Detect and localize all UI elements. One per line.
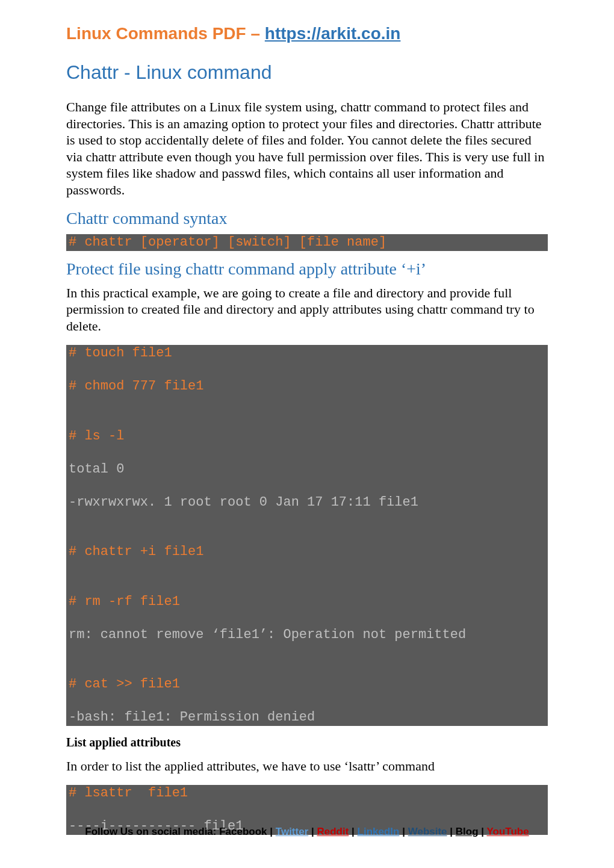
footer-separator: | [481,826,486,837]
code-line: # touch file1 [69,345,545,362]
code-line: # chmod 777 file1 [69,378,545,395]
footer-separator: | [450,826,455,837]
footer-link-reddit[interactable]: Reddit [317,826,349,837]
footer-separator: | [402,826,408,837]
footer-link-website[interactable]: Website [408,826,447,837]
code-output: -rwxrwxrwx. 1 root root 0 Jan 17 17:11 f… [69,494,545,511]
code-line: # ls -l [69,428,545,445]
page-header: Linux Commands PDF – https://arkit.co.in [66,24,548,43]
header-prefix: Linux Commands PDF – [66,24,265,43]
code-output: total 0 [69,461,545,478]
page-title: Chattr - Linux command [66,61,548,84]
footer-prefix: Follow Us on social media: Facebook [85,826,267,837]
syntax-subtitle: Chattr command syntax [66,209,548,228]
footer-separator: | [270,826,275,837]
document-page: Linux Commands PDF – https://arkit.co.in… [0,0,614,867]
code-line: # cat >> file1 [69,676,545,693]
code-output: rm: cannot remove ‘file1’: Operation not… [69,627,545,643]
syntax-code-block: # chattr [operator] [switch] [file name] [66,234,548,251]
code-line: # chattr [operator] [switch] [file name] [69,234,545,251]
footer-link-youtube[interactable]: YouTube [487,826,529,837]
footer-link-linkedin[interactable]: LinkedIn [358,826,400,837]
list-applied-heading: List applied attributes [66,736,548,749]
footer-separator: | [352,826,357,837]
footer-link-blog[interactable]: Blog [456,826,479,837]
code-line: # lsattr file1 [69,785,545,802]
header-link[interactable]: https://arkit.co.in [265,24,401,43]
page-footer: Follow Us on social media: Facebook | Tw… [66,826,548,838]
code-line: # rm -rf file1 [69,594,545,610]
protect-intro-paragraph: In this practical example, we are going … [66,285,548,335]
protect-subtitle: Protect file using chattr command apply … [66,259,548,279]
intro-paragraph: Change file attributes on a Linux file s… [66,99,548,198]
code-output: -bash: file1: Permission denied [69,709,545,726]
footer-link-twitter[interactable]: Twitter [276,826,308,837]
example-code-block: # touch file1 # chmod 777 file1 # ls -l … [66,345,548,726]
list-applied-paragraph: In order to list the applied attributes,… [66,758,548,775]
code-line: # chattr +i file1 [69,544,545,560]
